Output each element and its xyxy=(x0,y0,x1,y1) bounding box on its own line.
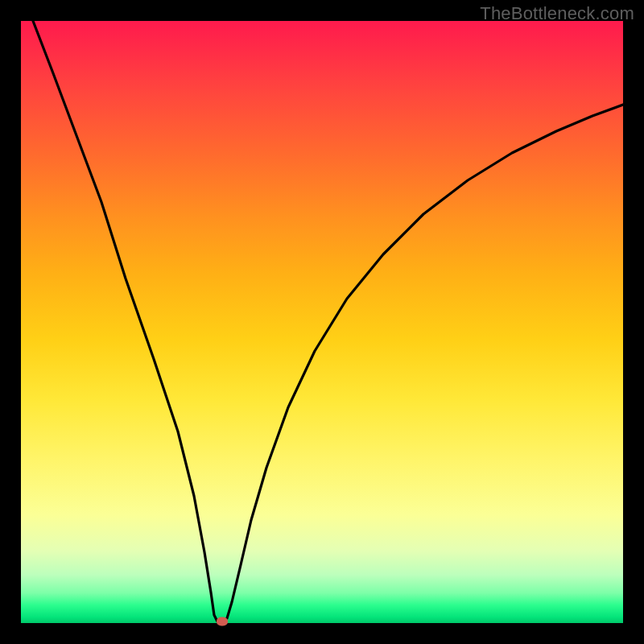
chart-frame: TheBottleneck.com xyxy=(0,0,644,644)
optimal-point-marker xyxy=(217,617,228,626)
curve-path xyxy=(33,21,623,622)
bottleneck-curve xyxy=(21,21,623,623)
watermark-text: TheBottleneck.com xyxy=(480,3,634,24)
plot-area xyxy=(21,21,623,623)
